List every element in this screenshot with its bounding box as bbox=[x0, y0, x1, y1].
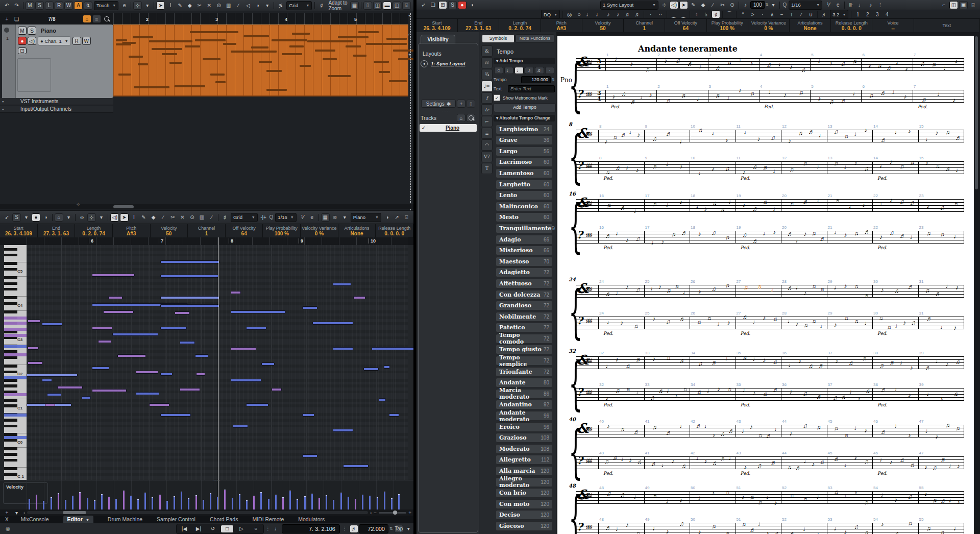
split-tool[interactable]: ✂ bbox=[718, 1, 727, 9]
score-note[interactable]: ♬ bbox=[910, 160, 916, 165]
score-note[interactable]: ♪ bbox=[666, 529, 669, 534]
score-note[interactable]: ♬ bbox=[820, 236, 826, 241]
score-note[interactable]: ♬ bbox=[881, 387, 887, 393]
score-note[interactable]: ♬ bbox=[941, 498, 947, 503]
note-insert-icon[interactable]: ⊪ bbox=[847, 1, 855, 9]
score-note[interactable]: ♩ bbox=[651, 240, 657, 245]
velocity-bar[interactable] bbox=[232, 498, 233, 511]
score-note[interactable]: ♪ bbox=[626, 522, 629, 527]
score-note[interactable]: ♪ bbox=[637, 132, 640, 137]
nudge-icon[interactable]: -|+ bbox=[259, 213, 268, 222]
score-note[interactable]: ♩ bbox=[752, 356, 758, 361]
strip-staff-text-icon[interactable]: ≣ bbox=[481, 128, 493, 139]
velocity-bar[interactable] bbox=[282, 497, 284, 511]
score-note[interactable]: ♩ bbox=[696, 204, 702, 209]
score-note[interactable]: ♬ bbox=[720, 207, 726, 212]
score-note[interactable]: ♩ bbox=[820, 324, 826, 329]
tempo-list-item[interactable]: Grazioso108 bbox=[496, 433, 553, 443]
strip-clef-icon[interactable]: & bbox=[481, 45, 493, 57]
score-note[interactable]: ♬ bbox=[880, 90, 887, 95]
velocity-bar[interactable] bbox=[51, 497, 52, 511]
score-note[interactable]: ♪ bbox=[790, 389, 793, 394]
score-note[interactable]: ♬ bbox=[945, 166, 951, 171]
velocity-bar[interactable] bbox=[144, 493, 146, 511]
score-note[interactable]: ♪ bbox=[879, 234, 883, 239]
chevron-down-icon[interactable]: ▾ bbox=[97, 213, 106, 222]
note-value-button[interactable]: ♪ bbox=[525, 67, 534, 74]
score-note[interactable]: ♫ bbox=[926, 231, 931, 236]
midi-note[interactable] bbox=[108, 296, 122, 299]
undo-icon[interactable]: ↶ bbox=[3, 2, 11, 10]
score-note[interactable]: ♫ bbox=[878, 315, 883, 321]
info-field-velocity-variance[interactable]: Velocity Variance0 % bbox=[748, 19, 790, 32]
score-note[interactable]: ♬ bbox=[679, 317, 685, 322]
activity-icon[interactable]: ◎ bbox=[4, 525, 12, 533]
score-note[interactable]: ♪ bbox=[626, 237, 629, 242]
score-note[interactable]: ♩ bbox=[666, 498, 672, 503]
score-note[interactable]: ♩ bbox=[697, 96, 703, 102]
score-note[interactable]: ♬ bbox=[812, 319, 818, 324]
comp-tool[interactable]: ▥ bbox=[198, 213, 206, 222]
score-note[interactable]: ♬ bbox=[926, 316, 933, 321]
score-note[interactable]: ♫ bbox=[752, 164, 757, 169]
info-field-length[interactable]: Length0. 2. 0. 74 bbox=[499, 19, 541, 32]
score-note[interactable]: ♩ bbox=[896, 60, 902, 65]
score-note[interactable]: ♪ bbox=[712, 433, 715, 438]
score-note[interactable]: ♩ bbox=[854, 131, 860, 136]
score-note[interactable]: ♪ bbox=[757, 136, 761, 141]
score-note[interactable]: ♩ bbox=[879, 163, 886, 168]
score-note[interactable]: ♪ bbox=[698, 289, 701, 294]
search-track-button[interactable] bbox=[467, 114, 475, 122]
midi-part-piano[interactable] bbox=[113, 25, 408, 96]
close-lower-zone-button[interactable]: X bbox=[5, 517, 9, 522]
note-value-button[interactable]: ○ bbox=[494, 67, 503, 74]
score-note[interactable]: ♪ bbox=[675, 394, 678, 399]
note-insert-icon[interactable]: ♩ bbox=[856, 1, 865, 9]
score-note[interactable]: ♫ bbox=[666, 355, 671, 360]
voice-button-3[interactable]: 3 bbox=[873, 10, 881, 18]
midi-note[interactable] bbox=[180, 388, 200, 391]
velocity-bar[interactable] bbox=[123, 491, 125, 511]
score-note[interactable]: ♫ bbox=[771, 135, 775, 140]
score-note[interactable]: ♬ bbox=[763, 200, 769, 205]
score-note[interactable]: ♩ bbox=[817, 164, 823, 169]
stop-button[interactable]: □ bbox=[220, 525, 234, 533]
score-note[interactable]: ♪ bbox=[844, 529, 847, 534]
page-mode-icon[interactable]: ❏ bbox=[429, 1, 437, 9]
midi-note[interactable] bbox=[45, 403, 55, 406]
score-note[interactable]: ♪ bbox=[652, 316, 655, 321]
score-note[interactable]: ♫ bbox=[854, 231, 859, 236]
score-note[interactable]: ♪ bbox=[890, 459, 893, 465]
score-note[interactable]: ♬ bbox=[803, 496, 809, 501]
quantize-panel-button[interactable]: e bbox=[308, 213, 316, 222]
score-note[interactable]: ♩ bbox=[640, 95, 646, 100]
score-note[interactable]: ♩ bbox=[910, 234, 916, 239]
velocity-bar[interactable] bbox=[58, 493, 59, 511]
tempo-list-item[interactable]: Maestoso70 bbox=[496, 257, 553, 266]
score-note[interactable]: ♫ bbox=[803, 391, 807, 396]
score-note[interactable]: ♫ bbox=[744, 285, 748, 290]
score-note[interactable]: ♫ bbox=[626, 363, 630, 369]
tempo-list-item[interactable]: Andante80 bbox=[496, 378, 553, 387]
score-note[interactable]: ♪ bbox=[766, 531, 769, 534]
chevron-down-icon[interactable]: ▾ bbox=[22, 213, 31, 222]
score-note[interactable]: ♩ bbox=[698, 171, 704, 176]
search-track-button[interactable] bbox=[102, 15, 111, 23]
velocity-bar[interactable] bbox=[94, 500, 95, 511]
midi-note[interactable] bbox=[160, 414, 191, 417]
score-note[interactable]: ♫ bbox=[854, 524, 859, 529]
tie-icon[interactable]: ‿ bbox=[679, 10, 688, 18]
score-note[interactable]: ♩ bbox=[849, 389, 855, 394]
score-note[interactable]: ♪ bbox=[894, 497, 897, 502]
tempo-list-item[interactable]: Tempo comodo72 bbox=[496, 334, 553, 344]
score-note[interactable]: ♫ bbox=[955, 359, 960, 365]
midi-note[interactable] bbox=[231, 291, 241, 294]
score-note[interactable]: ♬ bbox=[712, 360, 718, 365]
mute-button[interactable]: M bbox=[18, 27, 27, 35]
score-note[interactable]: ♫ bbox=[742, 522, 746, 527]
score-note[interactable]: ♬ bbox=[844, 433, 850, 438]
tie-icon[interactable]: ‿ bbox=[669, 10, 678, 18]
midi-note[interactable] bbox=[149, 403, 169, 406]
absolute-tempo-header[interactable]: ▾ Absolute Tempo Change bbox=[494, 115, 555, 122]
score-note[interactable]: ♬ bbox=[716, 93, 722, 98]
